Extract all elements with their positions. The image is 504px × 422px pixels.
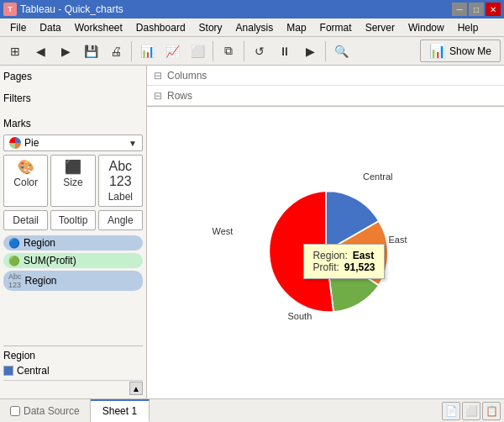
sheet-1-label: Sheet 1 <box>102 405 137 417</box>
label-west: West <box>213 226 234 236</box>
toolbar-grid-btn[interactable]: ⊞ <box>3 40 27 63</box>
color-icon: 🎨 <box>18 159 34 175</box>
marks-label: Marks <box>3 116 143 131</box>
region-title: Region <box>3 350 143 361</box>
tooltip-profit-label: Profit: <box>312 261 339 273</box>
tooltip-button[interactable]: Tooltip <box>50 210 95 230</box>
region-color-square <box>3 366 13 376</box>
tooltip-region-value: East <box>353 250 374 261</box>
toolbar-highlight-btn[interactable]: 🔍 <box>329 40 353 63</box>
toolbar-pane-btn[interactable]: ⧉ <box>217 40 240 63</box>
menu-dashboard[interactable]: Dashboard <box>129 20 192 35</box>
size-button[interactable]: ⬛ Size <box>50 155 95 207</box>
close-button[interactable]: ✕ <box>486 3 501 16</box>
region-item: Central <box>3 365 143 377</box>
label-label: Label <box>108 191 133 203</box>
toolbar-separator-1 <box>131 41 132 61</box>
new-dashboard-btn[interactable]: ⬜ <box>462 402 480 420</box>
menu-window[interactable]: Window <box>402 20 451 35</box>
toolbar-separator-3 <box>244 41 244 61</box>
menu-analysis[interactable]: Analysis <box>229 20 281 35</box>
toolbar-chart2-btn[interactable]: 📈 <box>160 40 184 63</box>
color-button[interactable]: 🎨 Color <box>3 155 48 207</box>
field-region-2-label: Region <box>25 275 57 287</box>
window-title: Tableau - Quick_charts <box>20 3 123 15</box>
label-east: East <box>389 235 407 245</box>
minimize-button[interactable]: ─ <box>452 3 467 16</box>
show-me-icon: 📊 <box>429 43 446 59</box>
main-layout: Pages Filters Marks Pie ▼ 🎨 Color ⬛ <box>0 66 504 398</box>
marks-section: Marks Pie ▼ 🎨 Color ⬛ Size Abc123 <box>3 116 143 293</box>
toolbar-pause-btn[interactable]: ⏸ <box>273 40 297 63</box>
pages-label: Pages <box>3 69 143 84</box>
toolbar-chart1-btn[interactable]: 📊 <box>135 40 159 63</box>
title-bar: T Tableau - Quick_charts ─ □ ✕ <box>0 0 504 18</box>
left-panel: Pages Filters Marks Pie ▼ 🎨 Color ⬛ <box>0 66 147 398</box>
chart-area: Central East South West Region: East Pro… <box>147 107 504 398</box>
menu-help[interactable]: Help <box>451 20 486 35</box>
color-label: Color <box>13 177 38 188</box>
tooltip-region-label: Region: <box>312 250 347 261</box>
data-source-checkbox[interactable] <box>10 406 20 416</box>
menu-bar: File Data Worksheet Dashboard Story Anal… <box>0 18 504 37</box>
toolbar-back-btn[interactable]: ◀ <box>29 40 52 63</box>
toolbar-save-btn[interactable]: 💾 <box>79 40 102 63</box>
toolbar-run-btn[interactable]: ▶ <box>298 40 322 63</box>
region-scroll-up-btn[interactable]: ▲ <box>129 382 143 395</box>
detail-button[interactable]: Detail <box>3 210 48 230</box>
marks-type-label: Pie <box>24 137 39 149</box>
marks-type-dropdown[interactable]: Pie ▼ <box>3 135 143 151</box>
menu-format[interactable]: Format <box>313 20 359 35</box>
tab-buttons: 📄 ⬜ 📋 <box>442 402 504 420</box>
menu-file[interactable]: File <box>3 20 33 35</box>
data-source-tab[interactable]: Data Source <box>0 399 91 422</box>
marks-buttons-grid: 🎨 Color ⬛ Size Abc123 Label <box>3 155 143 207</box>
region-scrollbar-up <box>3 380 143 381</box>
new-worksheet-btn[interactable]: 📄 <box>442 402 460 420</box>
menu-worksheet[interactable]: Worksheet <box>68 20 129 35</box>
tooltip-region-row: Region: East <box>312 250 375 261</box>
pages-section: Pages <box>3 69 143 84</box>
field-profit-label: SUM(Profit) <box>24 255 76 266</box>
toolbar-print-btn[interactable]: 🖨 <box>104 40 128 63</box>
bottom-bar: Data Source Sheet 1 📄 ⬜ 📋 <box>0 398 504 422</box>
canvas-area: ⊟ Columns ⊟ Rows <box>147 66 504 398</box>
field-pill-region-2[interactable]: Abc123 Region <box>3 271 143 291</box>
columns-label: Columns <box>167 70 207 82</box>
menu-map[interactable]: Map <box>280 20 312 35</box>
label-south: South <box>288 311 312 321</box>
menu-server[interactable]: Server <box>359 20 402 35</box>
marks-row2: Detail Tooltip Angle <box>3 210 143 230</box>
size-icon: ⬛ <box>65 159 81 175</box>
field-pill-region-1[interactable]: 🔵 Region <box>3 235 143 251</box>
tooltip-profit-value: 91,523 <box>344 261 375 273</box>
toolbar-refresh-btn[interactable]: ↺ <box>248 40 271 63</box>
pie-wrapper: Central East South West Region: East Pro… <box>242 176 410 330</box>
size-label: Size <box>63 177 82 188</box>
maximize-button[interactable]: □ <box>469 3 484 16</box>
region-1-icon: 🔵 <box>8 238 20 249</box>
label-button[interactable]: Abc123 Label <box>98 155 143 207</box>
new-story-btn[interactable]: 📋 <box>482 402 501 420</box>
chart-tooltip: Region: East Profit: 91,523 <box>303 244 384 279</box>
tooltip-label: Tooltip <box>59 214 88 226</box>
sheet-header: ⊟ Columns ⊟ Rows <box>147 66 504 107</box>
tooltip-profit-row: Profit: 91,523 <box>312 261 375 273</box>
toolbar-separator-4 <box>325 41 326 61</box>
show-me-button[interactable]: 📊 Show Me <box>420 40 501 62</box>
angle-button[interactable]: Angle <box>98 210 143 230</box>
rows-icon: ⊟ <box>154 90 162 102</box>
menu-story[interactable]: Story <box>192 20 229 35</box>
toolbar-chart3-btn[interactable]: ⬜ <box>186 40 209 63</box>
field-pill-profit[interactable]: 🟢 SUM(Profit) <box>3 253 143 268</box>
region-section: Region Central ▲ <box>3 346 143 395</box>
toolbar-forward-btn[interactable]: ▶ <box>54 40 77 63</box>
pie-dropdown-icon <box>9 137 21 149</box>
app-icon: T <box>3 3 17 16</box>
show-me-label: Show Me <box>449 45 491 57</box>
rows-row: ⊟ Rows <box>147 86 504 106</box>
columns-row: ⊟ Columns <box>147 66 504 86</box>
sheet-1-tab[interactable]: Sheet 1 <box>91 399 150 422</box>
menu-data[interactable]: Data <box>33 20 67 35</box>
toolbar-separator-2 <box>213 41 213 61</box>
